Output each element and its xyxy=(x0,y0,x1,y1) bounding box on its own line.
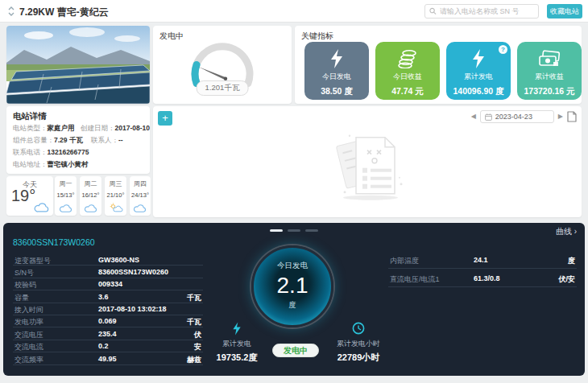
empty-state-illustration xyxy=(321,128,414,202)
coins-icon xyxy=(375,48,440,69)
today-generation-label: 今日发电 xyxy=(254,261,331,271)
inverter-panel: 曲线 › 83600SSN173W0260 逆变器型号GW3600-NS S/N… xyxy=(3,223,585,376)
station-photo xyxy=(6,26,150,104)
weather-temp: 21/10° xyxy=(105,192,126,199)
station-address: 电站地址：曹宅镇小黄村 xyxy=(13,160,89,170)
cloud-icon xyxy=(84,204,97,213)
spec-row: 交流电压235.4伏 xyxy=(13,327,203,340)
key-indicators-card: 关键指标 今日发电 38.50 度 今日收益 47.74 元 ? 累计发电 14… xyxy=(295,26,582,104)
weather-today-temp: 19° xyxy=(11,187,35,205)
spec-row: S/N号83600SSN173W0260 xyxy=(13,266,203,278)
carousel-dash[interactable] xyxy=(270,229,283,232)
stat-label: 累计发电小时 xyxy=(322,339,395,349)
next-day-icon[interactable]: ▶ xyxy=(558,110,563,123)
spec-row: 逆变器型号GW3600-NS xyxy=(13,253,203,266)
inverter-spec-table: 逆变器型号GW3600-NS S/N号83600SSN173W0260 校验码0… xyxy=(13,253,203,365)
daily-chart-card: + ◀ 2023-04-23 ▶ xyxy=(153,106,582,217)
spec-row: 接入时间2017-08-10 13:02:18 xyxy=(13,303,203,315)
spec-row: 交流频率49.95赫兹 xyxy=(13,352,203,364)
kpi-label: 累计收益 xyxy=(517,72,582,82)
carousel-dash[interactable] xyxy=(305,229,318,232)
weather-forecast-card: 周四 24/13° xyxy=(130,176,151,216)
kpi-value: 47.74 元 xyxy=(375,86,440,97)
stat-label: 累计发电 xyxy=(201,339,273,349)
station-capacity: 组件总容量：7.29 千瓦 xyxy=(13,136,83,146)
date-controls: ◀ 2023-04-23 ▶ xyxy=(471,110,577,123)
date-picker[interactable]: 2023-04-23 xyxy=(480,110,554,123)
spec-row: 发电功率0.069千瓦 xyxy=(13,315,203,327)
inverter-sn-link[interactable]: 83600SSN173W0260 xyxy=(13,237,95,247)
cloud-icon xyxy=(34,202,50,213)
weather-forecast-card: 周三 21/10° xyxy=(105,176,126,216)
kpi-value: 173720.16 元 xyxy=(517,86,582,97)
power-gauge-card: 发电中 1.201千瓦 xyxy=(153,26,292,104)
weather-temp: 15/13° xyxy=(55,192,77,199)
weather-day-label: 周一 xyxy=(55,179,77,188)
export-report-icon[interactable] xyxy=(567,111,577,122)
curve-link[interactable]: 曲线 › xyxy=(556,226,577,237)
reading-row: 内部温度24.1度 xyxy=(388,250,577,269)
station-contact: 联系人：-- xyxy=(91,136,123,146)
clock-icon xyxy=(322,321,395,336)
spec-row: 校验码009334 xyxy=(13,278,203,290)
today-generation-value: 2.1 xyxy=(254,273,331,299)
cash-icon xyxy=(517,48,582,69)
generating-status-button[interactable]: 发电中 xyxy=(272,344,319,357)
top-bar: 7.29KW 曹宅-黄纪云 收藏电站 xyxy=(0,0,588,23)
stat-value: 22789小时 xyxy=(322,352,395,364)
search-icon xyxy=(429,7,437,15)
kpi-total-generation: ? 累计发电 140096.90 度 xyxy=(446,42,511,100)
kpi-today-income: 今日收益 47.74 元 xyxy=(375,42,440,100)
prev-day-icon[interactable]: ◀ xyxy=(471,110,476,123)
kpi-total-income: 累计收益 173720.16 元 xyxy=(517,42,582,100)
sun-cloud-icon xyxy=(109,202,123,213)
weather-forecast-card: 周一 15/13° xyxy=(55,176,77,216)
total-generation-stat: 累计发电 19735.2度 xyxy=(201,321,273,364)
today-generation-unit: 度 xyxy=(254,300,331,311)
weather-temp: 16/12° xyxy=(80,192,101,199)
today-generation-gauge: 今日发电 2.1 度 xyxy=(251,245,333,327)
station-create-date: 创建日期：2017-08-10 xyxy=(81,124,150,134)
total-hours-stat: 累计发电小时 22789小时 xyxy=(322,321,395,364)
carousel-dash[interactable] xyxy=(288,229,300,232)
spec-row: 交流电流0.2安 xyxy=(13,340,203,352)
reading-row: 直流电压/电流161.3/0.8伏/安 xyxy=(388,269,577,287)
current-power-value: 1.201千瓦 xyxy=(197,80,249,96)
lightning-icon xyxy=(304,48,369,69)
selected-date: 2023-04-23 xyxy=(495,113,532,121)
solar-panels-photo xyxy=(6,26,150,104)
add-button[interactable]: + xyxy=(158,111,172,126)
spec-row: 容量3.6千瓦 xyxy=(13,290,203,303)
weather-day-label: 周四 xyxy=(130,179,151,188)
weather-today-card: 今天 19° xyxy=(6,176,53,216)
carousel-indicator[interactable] xyxy=(270,229,318,232)
cloud-icon xyxy=(134,204,147,213)
station-details-card: 电站详情 电站类型：家庭户用 创建日期：2017-08-10 组件总容量：7.2… xyxy=(6,106,150,174)
kpi-value: 38.50 度 xyxy=(304,86,369,97)
weather-day-label: 周三 xyxy=(105,179,126,188)
search-box[interactable] xyxy=(424,4,539,19)
search-input[interactable] xyxy=(440,7,534,15)
kpi-label: 累计发电 xyxy=(446,72,511,82)
station-type: 电站类型：家庭户用 xyxy=(13,124,75,134)
favorite-station-button[interactable]: 收藏电站 xyxy=(547,4,582,19)
cloud-icon xyxy=(59,204,72,213)
kpi-label: 今日收益 xyxy=(375,72,440,82)
kpi-label: 今日发电 xyxy=(304,72,369,82)
station-details-title: 电站详情 xyxy=(13,111,47,122)
stat-value: 19735.2度 xyxy=(201,352,273,364)
kpi-title: 关键指标 xyxy=(301,31,333,42)
kpi-today-generation: 今日发电 38.50 度 xyxy=(304,42,369,100)
station-phone: 联系电话：13216266775 xyxy=(13,148,89,158)
inverter-readings-table: 内部温度24.1度 直流电压/电流161.3/0.8伏/安 xyxy=(388,250,577,287)
collapse-expand-icon[interactable] xyxy=(6,6,16,17)
weather-temp: 24/13° xyxy=(130,192,151,199)
weather-forecast-card: 周二 16/12° xyxy=(80,176,101,216)
calendar-icon xyxy=(485,113,492,121)
lightning-icon xyxy=(201,321,273,336)
weather-day-label: 周二 xyxy=(80,179,101,188)
help-icon[interactable]: ? xyxy=(499,45,507,54)
kpi-value: 140096.90 度 xyxy=(446,86,511,97)
page-title: 7.29KW 曹宅-黄纪云 xyxy=(19,6,109,19)
